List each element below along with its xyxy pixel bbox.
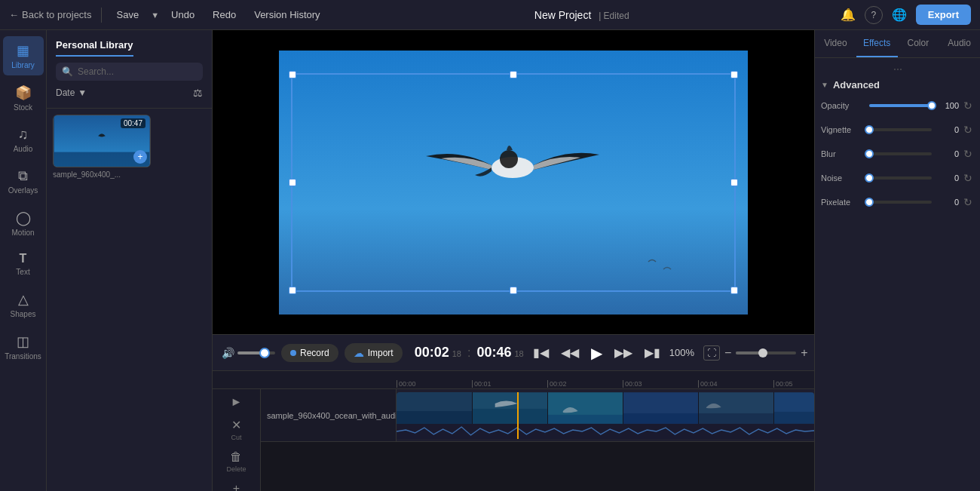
vignette-slider-thumb[interactable]: [865, 125, 874, 134]
sidebar-item-transitions[interactable]: ◫ Transitions: [3, 327, 44, 367]
cut-button[interactable]: ✕ Cut: [231, 418, 241, 441]
redo-button[interactable]: Redo: [207, 6, 242, 23]
play-button[interactable]: ▶: [588, 341, 605, 365]
back-arrow-icon: ←: [9, 9, 19, 20]
pixelate-slider[interactable]: [869, 201, 932, 204]
blur-reset-button[interactable]: ↻: [962, 146, 974, 161]
list-item[interactable]: 00:47 + sample_960x400_...: [53, 115, 151, 179]
vignette-slider[interactable]: [869, 128, 932, 131]
motion-icon: ◯: [16, 210, 31, 226]
tab-color[interactable]: Color: [898, 30, 939, 57]
delete-label: Delete: [226, 465, 246, 473]
rewind-button[interactable]: ◀◀: [558, 342, 582, 363]
clip-thumbnail-strip: [397, 392, 814, 424]
volume-slider[interactable]: [237, 351, 275, 354]
sidebar-item-motion[interactable]: ◯ Motion: [3, 204, 44, 243]
topbar: ← Back to projects Save ▼ Undo Redo Vers…: [0, 0, 980, 30]
pixelate-row: Pixelate 0 ↻: [821, 195, 974, 210]
sidebar-item-stock[interactable]: 📦 Stock: [3, 78, 44, 118]
sidebar-label-library: Library: [11, 61, 35, 69]
media-search-bar: 🔍: [56, 63, 203, 81]
sidebar-item-text[interactable]: T Text: [3, 246, 44, 282]
save-button[interactable]: Save: [111, 6, 145, 23]
shapes-icon: △: [18, 291, 29, 308]
save-dropdown-icon[interactable]: ▼: [151, 11, 159, 20]
delete-button[interactable]: 🗑 Delete: [226, 450, 246, 473]
media-duration: 00:47: [121, 118, 145, 128]
fast-forward-button[interactable]: ▶▶: [611, 342, 635, 363]
ruler-mark: 00:02: [547, 373, 623, 388]
pixelate-slider-thumb[interactable]: [865, 198, 874, 207]
vignette-value: 0: [935, 125, 959, 134]
record-button[interactable]: Record: [281, 344, 338, 362]
skip-to-end-button[interactable]: ▶▮: [642, 342, 663, 363]
record-label: Record: [300, 348, 329, 358]
zoom-slider[interactable]: [736, 351, 796, 354]
media-panel-title: Personal Library: [56, 39, 133, 57]
record-dot-icon: [290, 350, 296, 356]
right-panel-tabs: Video Effects Color Audio: [815, 30, 980, 58]
back-to-projects-button[interactable]: ← Back to projects: [9, 9, 92, 20]
sidebar-label-audio: Audio: [14, 145, 33, 153]
left-sidebar: ▦ Library 📦 Stock ♫ Audio ⧉ Overlays ◯ M…: [0, 30, 47, 491]
timeline-tracks: sample_960x400_ocean_with_audio.mp4: [261, 389, 814, 491]
sort-chevron-icon: ▼: [78, 87, 87, 98]
advanced-section-header[interactable]: ▼ Advanced: [821, 79, 974, 91]
advanced-section-title: Advanced: [833, 79, 880, 91]
zoom-in-button[interactable]: +: [801, 346, 807, 360]
filter-button[interactable]: ⚖: [193, 87, 203, 99]
undo-button[interactable]: Undo: [165, 6, 201, 23]
media-toolbar: Date ▼ ⚖: [56, 84, 203, 102]
notifications-button[interactable]: 🔔: [838, 5, 859, 25]
noise-slider-thumb[interactable]: [865, 173, 874, 183]
sidebar-item-audio[interactable]: ♫ Audio: [3, 121, 44, 159]
overlays-icon: ⧉: [18, 168, 28, 184]
export-button[interactable]: Export: [916, 5, 971, 25]
preview-canvas-area: [213, 30, 814, 334]
sidebar-item-shapes[interactable]: △ Shapes: [3, 285, 44, 324]
timeline-ruler: 00:00 00:01 00:02 00:03 00:04 00:05 00:0…: [213, 371, 814, 389]
opacity-reset-button[interactable]: ↻: [962, 98, 974, 113]
import-label: Import: [368, 348, 394, 358]
tab-video[interactable]: Video: [815, 30, 856, 57]
blur-slider-thumb[interactable]: [865, 149, 874, 158]
video-preview-area: 🔊 Record ☁ Import 00:02 18 : 00:4: [213, 30, 814, 370]
opacity-label: Opacity: [821, 101, 866, 110]
fullscreen-button[interactable]: ⛶: [703, 345, 720, 361]
import-button[interactable]: ☁ Import: [345, 343, 403, 363]
zoom-out-button[interactable]: −: [724, 346, 731, 360]
opacity-slider-thumb[interactable]: [927, 101, 936, 110]
language-button[interactable]: 🌐: [889, 5, 910, 25]
next-button[interactable]: ►: [231, 395, 243, 409]
date-sort-button[interactable]: Date ▼: [56, 87, 87, 98]
sidebar-label-motion: Motion: [11, 229, 34, 237]
cut-label: Cut: [231, 434, 241, 441]
noise-slider[interactable]: [869, 176, 932, 180]
transitions-icon: ◫: [17, 333, 29, 350]
volume-icon: 🔊: [222, 347, 234, 359]
sidebar-item-overlays[interactable]: ⧉ Overlays: [3, 162, 44, 201]
total-time-frames: 18: [515, 349, 524, 358]
vignette-reset-button[interactable]: ↻: [962, 122, 974, 137]
pixelate-reset-button[interactable]: ↻: [962, 195, 974, 210]
vignette-label: Vignette: [821, 125, 866, 134]
tab-effects[interactable]: Effects: [856, 30, 898, 57]
help-button[interactable]: ?: [865, 6, 883, 24]
add-track-button[interactable]: + Add Track: [221, 482, 252, 491]
sidebar-item-library[interactable]: ▦ Library: [3, 36, 44, 75]
svg-rect-12: [623, 413, 698, 424]
opacity-slider[interactable]: [869, 104, 932, 107]
tab-audio[interactable]: Audio: [939, 30, 980, 57]
add-media-button[interactable]: +: [133, 150, 147, 164]
cut-icon: ✕: [231, 418, 241, 432]
next-icon: ►: [231, 395, 243, 409]
zoom-slider-thumb[interactable]: [758, 348, 767, 358]
timeline-clip[interactable]: [397, 392, 814, 439]
svg-rect-2: [279, 51, 748, 315]
blur-slider[interactable]: [869, 152, 932, 155]
version-history-button[interactable]: Version History: [248, 6, 326, 23]
skip-to-start-button[interactable]: ▮◀: [530, 342, 552, 363]
search-input[interactable]: [78, 66, 197, 77]
noise-reset-button[interactable]: ↻: [962, 170, 974, 186]
advanced-collapse-icon: ▼: [821, 81, 828, 89]
